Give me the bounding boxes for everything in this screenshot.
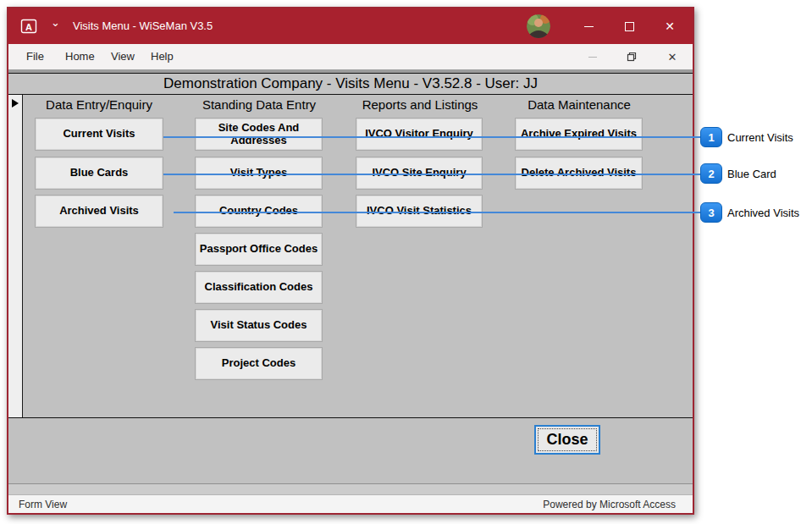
app-window: A ⌄ Visits Menu - WiSeMan V3.5 ✕ File [7, 7, 694, 515]
annotation-label-3: Archived Visits [727, 207, 799, 219]
column-heading-standing-data: Standing Data Entry [191, 97, 327, 113]
annotation-badge-3: 3 [700, 202, 722, 223]
button-site-codes-and-addresses[interactable]: Site Codes And Addresses [196, 119, 322, 150]
access-app-icon[interactable]: A [20, 18, 37, 35]
close-form-button[interactable]: Close [534, 425, 600, 455]
menubar: File Home View Help ✕ [8, 44, 693, 69]
button-visit-status-codes[interactable]: Visit Status Codes [196, 310, 322, 341]
minimize-icon [584, 26, 594, 27]
menu-item-home[interactable]: Home [63, 48, 97, 65]
menu-item-help[interactable]: Help [148, 48, 176, 65]
button-archive-expired-visits[interactable]: Archive Expired Visits [516, 119, 642, 150]
record-selector-bar[interactable] [8, 95, 23, 417]
restore-icon [627, 52, 637, 62]
close-icon: ✕ [668, 51, 677, 63]
button-classification-codes[interactable]: Classification Codes [196, 272, 322, 303]
callout-line-1 [163, 136, 703, 138]
chevron-down-icon[interactable]: ⌄ [51, 16, 60, 29]
menu-item-file[interactable]: File [24, 48, 47, 65]
button-project-codes[interactable]: Project Codes [196, 348, 322, 379]
statusbar: Form View Powered by Microsoft Access [8, 494, 693, 513]
record-selector-arrow-icon [12, 99, 19, 108]
menu-item-view[interactable]: View [108, 48, 137, 65]
annotation-label-2: Blue Card [727, 168, 776, 180]
close-icon: ✕ [665, 20, 675, 32]
status-view-label: Form View [19, 499, 67, 510]
column-heading-reports: Reports and Listings [352, 97, 488, 113]
screenshot-canvas: A ⌄ Visits Menu - WiSeMan V3.5 ✕ File [0, 0, 812, 524]
button-ivco-visitor-enquiry[interactable]: IVCO Visitor Enquiry [356, 119, 482, 150]
button-current-visits[interactable]: Current Visits [36, 119, 163, 150]
button-passport-office-codes[interactable]: Passport Office Codes [196, 234, 322, 265]
form-detail-area: Data Entry/Enquiry Standing Data Entry R… [8, 95, 693, 417]
close-window-button[interactable]: ✕ [650, 8, 689, 44]
column-heading-maintenance: Data Maintenance [511, 97, 647, 113]
callout-line-3 [174, 212, 703, 213]
user-avatar[interactable] [527, 14, 550, 38]
callout-line-2 [163, 174, 703, 175]
svg-text:A: A [25, 22, 32, 32]
annotation-label-1: Current Visits [727, 131, 793, 144]
document-restore-button[interactable] [615, 44, 649, 69]
form-footer-area: Close [8, 417, 693, 483]
button-archived-visits[interactable]: Archived Visits [36, 196, 163, 227]
minimize-icon [588, 57, 597, 58]
button-blue-cards[interactable]: Blue Cards [36, 157, 163, 189]
document-close-button[interactable]: ✕ [655, 44, 689, 69]
mdi-bottom-strip [8, 483, 693, 494]
maximize-icon [625, 22, 634, 31]
minimize-button[interactable] [569, 8, 608, 44]
maximize-button[interactable] [610, 8, 649, 44]
form-header-title: Demonstration Company - Visits Menu - V3… [8, 73, 693, 95]
window-title: Visits Menu - WiSeMan V3.5 [73, 8, 213, 44]
document-minimize-button[interactable] [576, 44, 610, 69]
column-heading-data-entry: Data Entry/Enquiry [31, 97, 167, 113]
annotation-badge-2: 2 [700, 163, 722, 184]
status-powered-by-label: Powered by Microsoft Access [543, 499, 676, 510]
annotation-badge-1: 1 [700, 127, 722, 147]
titlebar[interactable]: A ⌄ Visits Menu - WiSeMan V3.5 ✕ [8, 8, 693, 44]
